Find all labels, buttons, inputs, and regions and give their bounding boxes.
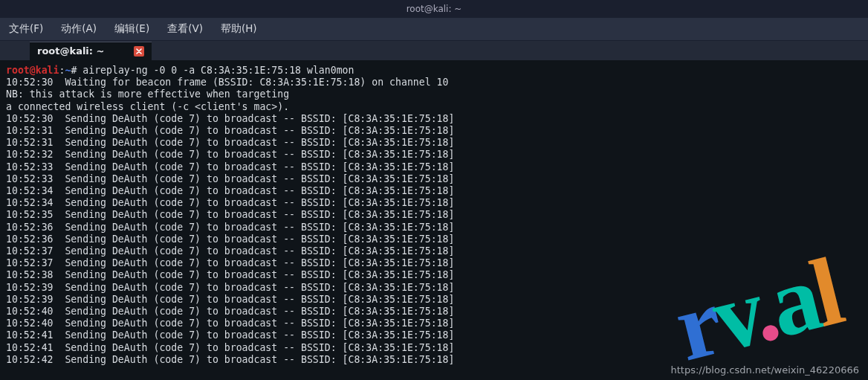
- terminal-line: 10:52:32 Sending DeAuth (code 7) to broa…: [6, 149, 862, 161]
- menu-edit[interactable]: 编辑(E): [111, 21, 152, 37]
- terminal-line: 10:52:30 Sending DeAuth (code 7) to broa…: [6, 113, 862, 125]
- terminal-line: 10:52:39 Sending DeAuth (code 7) to broa…: [6, 282, 862, 294]
- prompt-line: root@kali:~# aireplay-ng -0 0 -a C8:3A:3…: [6, 65, 862, 77]
- terminal-line: 10:52:33 Sending DeAuth (code 7) to broa…: [6, 161, 862, 173]
- terminal-line: 10:52:37 Sending DeAuth (code 7) to broa…: [6, 245, 862, 257]
- attribution-text: https://blog.csdn.net/weixin_46220666: [670, 364, 859, 376]
- menu-action[interactable]: 动作(A): [58, 21, 100, 37]
- terminal-line: 10:52:36 Sending DeAuth (code 7) to broa…: [6, 222, 862, 234]
- terminal-line: 10:52:31 Sending DeAuth (code 7) to broa…: [6, 137, 862, 149]
- terminal-line: a connected wireless client (-c <client'…: [6, 101, 862, 113]
- terminal-line: 10:52:41 Sending DeAuth (code 7) to broa…: [6, 342, 862, 354]
- menu-help[interactable]: 帮助(H): [218, 21, 260, 37]
- terminal-line: 10:52:41 Sending DeAuth (code 7) to broa…: [6, 329, 862, 341]
- window-titlebar: root@kali: ~: [0, 0, 868, 18]
- terminal-line: 10:52:42 Sending DeAuth (code 7) to broa…: [6, 354, 862, 366]
- menu-bar: 文件(F) 动作(A) 编辑(E) 查看(V) 帮助(H): [0, 18, 868, 41]
- terminal-line: NB: this attack is more effective when t…: [6, 88, 862, 100]
- tab-bar: root@kali: ~: [0, 41, 868, 60]
- terminal-line: 10:52:35 Sending DeAuth (code 7) to broa…: [6, 209, 862, 221]
- terminal-line: 10:52:38 Sending DeAuth (code 7) to broa…: [6, 269, 862, 281]
- terminal-line: 10:52:31 Sending DeAuth (code 7) to broa…: [6, 125, 862, 137]
- terminal-line: 10:52:36 Sending DeAuth (code 7) to broa…: [6, 234, 862, 245]
- terminal-line: 10:52:37 Sending DeAuth (code 7) to broa…: [6, 257, 862, 269]
- terminal-line: 10:52:40 Sending DeAuth (code 7) to broa…: [6, 318, 862, 329]
- terminal-line: 10:52:39 Sending DeAuth (code 7) to broa…: [6, 294, 862, 306]
- close-tab-button[interactable]: [134, 46, 144, 57]
- terminal-line: 10:52:34 Sending DeAuth (code 7) to broa…: [6, 197, 862, 209]
- tab-root-kali[interactable]: root@kali: ~: [30, 42, 152, 60]
- window-title: root@kali: ~: [407, 4, 462, 14]
- terminal-line: 10:52:30 Waiting for beacon frame (BSSID…: [6, 77, 862, 88]
- menu-view[interactable]: 查看(V): [164, 21, 206, 37]
- terminal-line: 10:52:40 Sending DeAuth (code 7) to broa…: [6, 306, 862, 318]
- terminal-output[interactable]: root@kali:~# aireplay-ng -0 0 -a C8:3A:3…: [0, 60, 868, 366]
- tab-label: root@kali: ~: [37, 45, 104, 57]
- terminal-line: 10:52:34 Sending DeAuth (code 7) to broa…: [6, 185, 862, 197]
- terminal-line: 10:52:33 Sending DeAuth (code 7) to broa…: [6, 173, 862, 185]
- menu-file[interactable]: 文件(F): [6, 21, 46, 37]
